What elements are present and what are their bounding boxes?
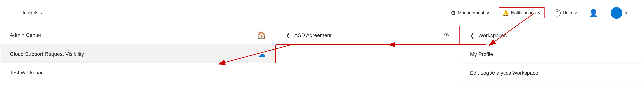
- notifications-chevron: ∨: [538, 10, 541, 15]
- middle-panel: ❮ ASD Agreement 👁: [276, 26, 460, 108]
- help-icon: ?: [554, 9, 561, 16]
- test-workspace-label: Test Workspace: [10, 70, 46, 76]
- management-chevron: ∨: [486, 10, 490, 15]
- workspaces-label: Workspaces: [478, 32, 634, 38]
- my-profile-label: My Profile: [470, 51, 493, 57]
- admin-center-row[interactable]: Admin Center 🏠: [0, 26, 276, 45]
- cloud-support-row[interactable]: Cloud Support Request Visibility ☁: [0, 45, 276, 63]
- eye-icon: 👁: [444, 32, 450, 39]
- top-navigation: Insights ∨ ⚙ Management ∨ 🔔 Notification…: [0, 0, 644, 26]
- help-label: Help: [563, 10, 572, 15]
- insights-chevron: ∨: [40, 11, 42, 15]
- test-workspace-row[interactable]: Test Workspace: [0, 63, 276, 82]
- workspaces-panel: ❮ Workspaces My Profile Edit Log Analyti…: [460, 26, 644, 108]
- cloud-icon: ☁: [258, 50, 266, 58]
- my-profile-row[interactable]: My Profile: [460, 45, 644, 64]
- content-area: Admin Center 🏠 Cloud Support Request Vis…: [0, 26, 644, 108]
- asd-agreement-row[interactable]: ❮ ASD Agreement 👁: [276, 26, 460, 45]
- bell-icon: 🔔: [502, 10, 509, 16]
- avatar-container[interactable]: ∨: [607, 5, 631, 21]
- notifications-nav-item[interactable]: 🔔 Notifications ∨: [499, 7, 545, 18]
- admin-center-label: Admin Center: [10, 32, 253, 38]
- user-nav-item[interactable]: 👤: [586, 7, 600, 18]
- insights-nav-item[interactable]: Insights ∨: [23, 10, 42, 15]
- home-icon: 🏠: [257, 31, 266, 39]
- management-label: Management: [458, 10, 484, 15]
- notifications-label: Notifications: [511, 10, 536, 15]
- gear-icon: ⚙: [451, 10, 456, 16]
- help-chevron: ∨: [574, 10, 578, 15]
- avatar-chevron: ∨: [625, 11, 628, 15]
- avatar: [611, 7, 622, 19]
- help-nav-item[interactable]: ? Help ∨: [551, 8, 580, 18]
- insights-label: Insights: [23, 10, 38, 15]
- left-panel: Admin Center 🏠 Cloud Support Request Vis…: [0, 26, 276, 108]
- asd-agreement-label: ASD Agreement: [294, 32, 440, 38]
- workspaces-back-icon: ❮: [470, 32, 474, 39]
- person-icon: 👤: [589, 9, 598, 17]
- asd-back-icon: ❮: [286, 32, 290, 38]
- edit-log-analytics-row[interactable]: Edit Log Analytics Workspace: [460, 64, 644, 83]
- cloud-support-label: Cloud Support Request Visibility: [10, 51, 258, 57]
- management-nav-item[interactable]: ⚙ Management ∨: [448, 8, 492, 17]
- workspaces-header[interactable]: ❮ Workspaces: [460, 26, 644, 45]
- edit-workspace-label: Edit Log Analytics Workspace: [470, 70, 538, 76]
